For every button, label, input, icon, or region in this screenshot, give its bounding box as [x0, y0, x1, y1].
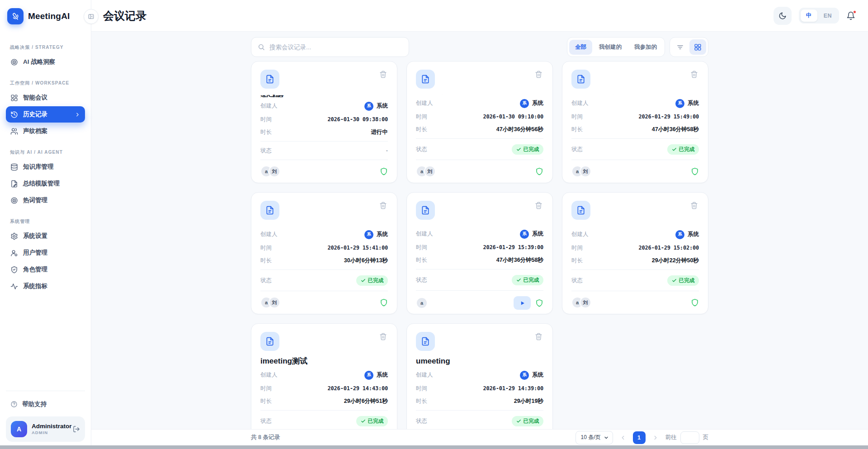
- delete-button[interactable]: [378, 201, 388, 210]
- lang-zh-button[interactable]: 中: [801, 9, 817, 22]
- delete-button[interactable]: [689, 70, 699, 79]
- dark-mode-toggle[interactable]: [774, 7, 792, 25]
- creator-avatar: 系: [520, 99, 529, 108]
- trash-icon: [379, 71, 387, 78]
- member-avatars: a刘: [260, 297, 280, 308]
- filter-tab[interactable]: 我参加的: [628, 40, 663, 55]
- page-number-button[interactable]: 1: [633, 431, 646, 444]
- delete-button[interactable]: [534, 70, 543, 79]
- creator-name: 系统: [377, 231, 388, 238]
- member-avatar: 刘: [269, 165, 280, 177]
- creator-label: 创建人: [416, 99, 433, 107]
- status-badge: 已完成: [356, 275, 388, 286]
- goto-page-input[interactable]: [680, 431, 699, 444]
- notification-dot: [853, 10, 856, 14]
- time-value: 2026-01-29 15:39:00: [483, 244, 543, 250]
- chevron-left-icon: [620, 435, 626, 441]
- time-value: 2026-01-29 14:39:00: [483, 385, 543, 392]
- prev-page-button[interactable]: [617, 431, 629, 444]
- user-role: ADMIN: [32, 430, 68, 435]
- sidebar-collapse-button[interactable]: [84, 9, 99, 24]
- document-icon: [571, 201, 590, 220]
- shield-icon: [691, 298, 699, 307]
- duration-value: 30小时6分钟13秒: [344, 257, 388, 265]
- sidebar-item[interactable]: 角色管理: [6, 261, 85, 278]
- creator-avatar: 系: [364, 230, 373, 239]
- shield-icon: [691, 167, 699, 175]
- user-management-icon: [10, 249, 18, 257]
- sidebar-section-label: 工作空间 / WORKSPACE: [10, 80, 81, 86]
- sidebar-item[interactable]: 声纹档案: [6, 123, 85, 139]
- sidebar-item[interactable]: 知识库管理: [6, 159, 85, 175]
- voiceprint-icon: [10, 128, 18, 135]
- meeting-card[interactable]: umeeting 创建人 系 系统 时间 2026-01-29 14:39:00: [406, 323, 553, 445]
- shield-icon: [380, 167, 388, 175]
- status-badge: 已完成: [512, 275, 544, 285]
- logout-button[interactable]: [73, 425, 80, 433]
- meeting-card[interactable]: 测试啊 创建人 系 系统 时间 2026-01-30 09:38:00: [251, 61, 397, 183]
- duration-value: 47小时36分钟58秒: [496, 256, 543, 264]
- time-value: 2026-01-30 09:38:00: [328, 116, 388, 123]
- delete-button[interactable]: [534, 201, 543, 210]
- sidebar-item-label: 历史记录: [23, 110, 47, 118]
- shield-icon: [535, 167, 543, 175]
- time-value: 2026-01-29 15:41:00: [328, 245, 388, 251]
- hotword-icon: [10, 197, 18, 204]
- delete-button[interactable]: [378, 332, 388, 341]
- document-icon: [416, 70, 435, 89]
- goto-label: 前往: [665, 434, 677, 441]
- duration-value: 29小时22分钟50秒: [652, 257, 699, 265]
- sidebar-item[interactable]: AI 战略洞察: [6, 54, 85, 70]
- trash-icon: [535, 71, 542, 78]
- smart-meeting-icon: [10, 94, 18, 102]
- sidebar-section-label: 系统管理: [10, 218, 81, 225]
- meeting-card[interactable]: 光华光华机会 创建人 系 系统 时间 2026-01-29 15:41:00: [251, 192, 397, 314]
- filter-tab[interactable]: 全部: [569, 40, 592, 55]
- list-view-button[interactable]: [672, 39, 689, 55]
- sidebar-item[interactable]: 总结模版管理: [6, 175, 85, 192]
- goto-unit-label: 页: [703, 434, 709, 441]
- sidebar-item[interactable]: 系统指标: [6, 278, 85, 294]
- delete-button[interactable]: [378, 70, 388, 79]
- grid-view-button[interactable]: [689, 39, 706, 55]
- creator-avatar: 系: [675, 99, 684, 108]
- help-support-item[interactable]: 帮助支持: [6, 397, 85, 412]
- meeting-card[interactable]: 好的光华的高 创建人 系 系统 时间 2026-01-29 15:49:00: [562, 61, 708, 183]
- page-size-select[interactable]: 10 条/页: [576, 431, 613, 444]
- sidebar-item[interactable]: 智能会议: [6, 90, 85, 106]
- sidebar-item-label: 角色管理: [23, 265, 47, 274]
- moon-icon: [778, 12, 787, 20]
- chevron-right-icon: [652, 435, 659, 441]
- meeting-card[interactable]: 测试 创建人 系 系统 时间 2026-01-29 15:02:00: [562, 192, 708, 314]
- filter-tab[interactable]: 我创建的: [593, 40, 627, 55]
- user-card[interactable]: A Administrator ADMIN: [6, 416, 85, 442]
- status-label: 状态: [260, 147, 272, 155]
- sidebar-item[interactable]: 历史记录: [6, 106, 85, 123]
- duration-value: 47小时36分钟58秒: [652, 126, 699, 133]
- search-input[interactable]: [269, 44, 402, 51]
- language-toggle: 中 EN: [799, 8, 839, 24]
- member-avatar: 刘: [580, 297, 591, 308]
- user-name: Administrator: [32, 423, 68, 430]
- sidebar-item[interactable]: 系统设置: [6, 228, 85, 244]
- creator-value: 系 系统: [675, 99, 699, 108]
- play-button[interactable]: [514, 296, 531, 310]
- document-icon: [416, 201, 435, 220]
- delete-button[interactable]: [534, 332, 543, 341]
- creator-value: 系 系统: [520, 371, 543, 380]
- time-value: 2026-01-30 09:10:00: [483, 113, 543, 120]
- notifications-button[interactable]: [846, 11, 855, 20]
- doc-icon: [576, 75, 585, 84]
- sidebar-item[interactable]: 用户管理: [6, 245, 85, 261]
- lang-en-button[interactable]: EN: [818, 10, 837, 21]
- next-page-button[interactable]: [649, 431, 662, 444]
- time-label: 时间: [260, 244, 272, 252]
- meeting-card[interactable]: 好光华光华 创建人 系 系统 时间 2026-01-29 15:39:00: [406, 192, 553, 314]
- status-empty-value: -: [386, 147, 388, 154]
- sidebar-section: 战略决策 / STRATEGY AI 战略洞察: [6, 44, 85, 70]
- delete-button[interactable]: [689, 201, 699, 210]
- trash-icon: [690, 71, 698, 78]
- sidebar-item[interactable]: 热词管理: [6, 192, 85, 208]
- meeting-card[interactable]: imeeting测试 创建人 系 系统 时间 2026-01-29 14:43:…: [251, 323, 397, 445]
- meeting-card[interactable]: 光华的高 创建人 系 系统 时间 2026-01-30 09:10:00: [406, 61, 553, 183]
